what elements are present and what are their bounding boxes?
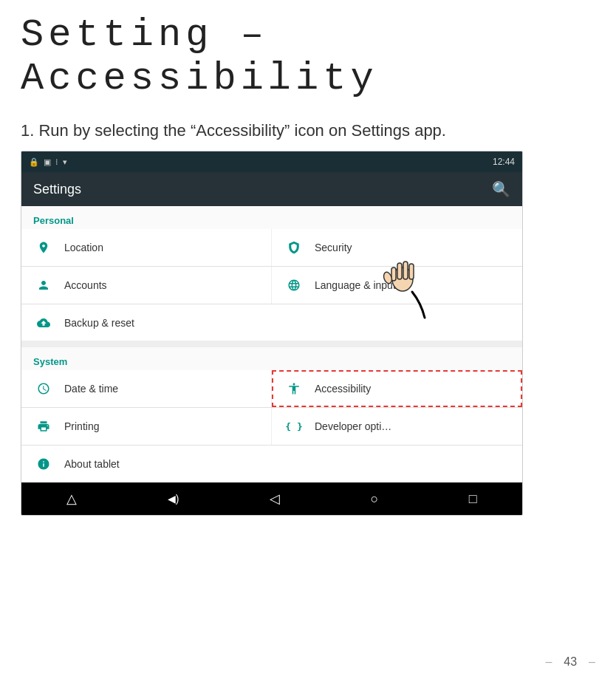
page-footer: – 43 – (545, 655, 595, 669)
backup-label: Backup & reset (64, 317, 134, 329)
section-divider (21, 341, 522, 347)
nav-up-icon[interactable]: △ (66, 491, 77, 507)
personal-row-2: Accounts Language & input (21, 267, 522, 304)
about-item[interactable]: About tablet (21, 446, 522, 482)
status-icons: 🔒 ▣ ⁞ ▾ (29, 157, 67, 167)
instruction-text: 1. Run by selecting the “Accessibility” … (0, 108, 616, 151)
backup-item[interactable]: Backup & reset (21, 304, 522, 341)
security-icon (284, 237, 304, 258)
page-title: Setting – Accessibility (0, 0, 616, 108)
backup-icon (33, 313, 54, 333)
developer-label: Developer opti… (315, 420, 391, 432)
about-label: About tablet (64, 458, 120, 470)
app-bar: Settings 🔍 (21, 172, 522, 206)
personal-row-1: Location Security (21, 229, 522, 267)
datetime-icon (33, 378, 54, 399)
system-section-header: System (21, 347, 522, 370)
device-mockup: 🔒 ▣ ⁞ ▾ 12:44 Settings 🔍 Personal Locati… (21, 151, 523, 516)
about-icon (33, 454, 54, 474)
personal-section-header: Personal (21, 206, 522, 229)
nav-volume-icon[interactable]: ◀) (168, 493, 179, 505)
nav-back-icon[interactable]: ◁ (270, 491, 280, 507)
system-row-2: Printing { } Developer opti… (21, 408, 522, 446)
language-label: Language & input (315, 279, 396, 291)
nav-home-icon[interactable]: ○ (370, 491, 378, 507)
signal-icon: ⁞ (55, 157, 58, 167)
printing-item[interactable]: Printing (21, 408, 272, 445)
app-bar-title: Settings (33, 182, 81, 197)
lock-icon: 🔒 (29, 157, 39, 167)
location-icon (33, 237, 54, 258)
accessibility-highlight-border (272, 370, 522, 407)
nav-recent-icon[interactable]: □ (469, 491, 477, 507)
accounts-item[interactable]: Accounts (21, 267, 272, 304)
developer-item[interactable]: { } Developer opti… (272, 408, 522, 445)
wifi-icon: ▣ (44, 157, 51, 167)
page-number: 43 (564, 655, 577, 669)
status-time: 12:44 (493, 157, 515, 167)
date-time-item[interactable]: Date & time (21, 370, 272, 407)
nav-bar: △ ◀) ◁ ○ □ (21, 482, 522, 515)
footer-dash-left: – (545, 655, 552, 669)
accessibility-icon (284, 378, 304, 399)
footer-dash-right: – (589, 655, 595, 669)
accounts-label: Accounts (64, 279, 107, 291)
status-bar: 🔒 ▣ ⁞ ▾ 12:44 (21, 151, 522, 172)
location-item[interactable]: Location (21, 229, 272, 266)
search-icon[interactable]: 🔍 (492, 180, 510, 198)
location-label: Location (64, 242, 103, 253)
accessibility-label: Accessibility (315, 383, 371, 395)
printing-label: Printing (64, 420, 99, 432)
security-item[interactable]: Security (272, 229, 522, 266)
accounts-icon (33, 275, 54, 296)
developer-icon: { } (284, 416, 304, 437)
language-icon (284, 275, 304, 296)
printing-icon (33, 416, 54, 437)
system-row-1: Date & time Accessibility (21, 370, 522, 408)
accessibility-item[interactable]: Accessibility (272, 370, 522, 407)
dropdown-icon: ▾ (63, 157, 67, 167)
language-item[interactable]: Language & input (272, 267, 522, 304)
datetime-label: Date & time (64, 383, 118, 395)
settings-content: Personal Location Security (21, 206, 522, 482)
security-label: Security (315, 242, 352, 253)
